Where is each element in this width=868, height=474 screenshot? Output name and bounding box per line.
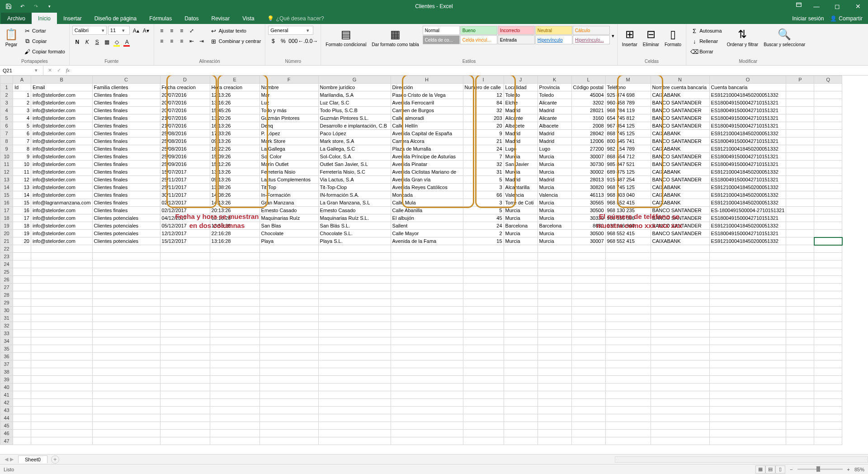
styles-more-icon[interactable]: ▾ xyxy=(612,26,614,46)
cell-K33[interactable] xyxy=(538,330,571,337)
cell-B39[interactable] xyxy=(31,376,93,384)
cell-E21[interactable]: 13:16:28 xyxy=(210,237,259,245)
cell-P12[interactable] xyxy=(786,168,814,176)
cell-D42[interactable] xyxy=(160,399,210,407)
cell-D3[interactable]: 20/07/2016 xyxy=(160,99,210,107)
cell-B35[interactable] xyxy=(31,345,93,353)
cell-B40[interactable] xyxy=(31,384,93,391)
cell-C28[interactable] xyxy=(92,291,160,299)
cell-P17[interactable] xyxy=(786,207,814,214)
cell-H16[interactable]: Calle Mula xyxy=(391,199,463,207)
style-hyper[interactable]: Hipervínculo xyxy=(535,35,572,44)
cell-M41[interactable] xyxy=(605,391,651,399)
cell-H26[interactable] xyxy=(391,276,463,284)
cell-E2[interactable]: 12:13:26 xyxy=(210,91,259,99)
cell-A15[interactable]: 14 xyxy=(13,191,31,199)
cell-Q23[interactable] xyxy=(814,253,842,261)
cell-M27[interactable] xyxy=(605,284,651,291)
cell-B25[interactable] xyxy=(31,268,93,276)
cell-C30[interactable] xyxy=(92,307,160,314)
cell-J24[interactable] xyxy=(504,261,538,268)
cell-A16[interactable]: 15 xyxy=(13,199,31,207)
cell-G44[interactable] xyxy=(318,414,391,422)
cell-Q19[interactable] xyxy=(814,222,842,230)
cell-Q47[interactable] xyxy=(814,437,842,445)
row-header-47[interactable]: 47 xyxy=(0,437,13,445)
cell-Q32[interactable] xyxy=(814,322,842,330)
cell-D23[interactable] xyxy=(160,253,210,261)
cell-F41[interactable] xyxy=(259,391,318,399)
cell-K5[interactable]: Alicante xyxy=(538,114,571,122)
cell-A47[interactable] xyxy=(13,437,31,445)
style-linked[interactable]: Celda vincul... xyxy=(460,35,497,44)
cell-E31[interactable] xyxy=(210,314,259,322)
cell-P40[interactable] xyxy=(786,384,814,391)
cell-I6[interactable]: 20 xyxy=(463,122,504,130)
cut-button[interactable]: ✂Cortar xyxy=(22,26,66,36)
cell-N41[interactable] xyxy=(651,391,709,399)
cell-E41[interactable] xyxy=(210,391,259,399)
cell-O30[interactable] xyxy=(709,307,786,314)
cell-H44[interactable] xyxy=(391,414,463,422)
cell-K13[interactable]: Madrid xyxy=(538,176,571,184)
cell-A13[interactable]: 12 xyxy=(13,176,31,184)
cell-I20[interactable]: 2 xyxy=(463,230,504,237)
cell-A8[interactable]: 7 xyxy=(13,137,31,145)
cell-G4[interactable]: Todo Plus, S.C.B xyxy=(318,107,391,114)
cell-L9[interactable]: 27200 xyxy=(571,145,605,153)
cell-C38[interactable] xyxy=(92,368,160,376)
format-as-table-button[interactable]: ▦Dar formato como tabla xyxy=(370,26,421,48)
row-header-4[interactable]: 4 xyxy=(0,107,13,114)
cell-B37[interactable] xyxy=(31,360,93,368)
cell-P36[interactable] xyxy=(786,353,814,360)
cell-B15[interactable]: info@stelorder.com xyxy=(31,191,93,199)
cell-C18[interactable]: Clientes potenciales xyxy=(92,214,160,222)
cell-A23[interactable] xyxy=(13,253,31,261)
cell-F34[interactable] xyxy=(259,337,318,345)
cell-P11[interactable] xyxy=(786,161,814,168)
cell-M37[interactable] xyxy=(605,360,651,368)
cell-N14[interactable]: CAIXABANK xyxy=(651,184,709,191)
cell-I8[interactable]: 21 xyxy=(463,137,504,145)
cell-M10[interactable]: 868 554 712 xyxy=(605,153,651,161)
cell-J42[interactable] xyxy=(504,399,538,407)
cell-A1[interactable]: Id xyxy=(13,84,31,91)
cell-Q31[interactable] xyxy=(814,314,842,322)
tab-review[interactable]: Revisar xyxy=(205,13,236,24)
cell-E3[interactable]: 13:16:26 xyxy=(210,99,259,107)
cell-L1[interactable]: Código postal xyxy=(571,84,605,91)
cell-Q40[interactable] xyxy=(814,384,842,391)
cell-J6[interactable]: Albacete xyxy=(504,122,538,130)
cell-K19[interactable]: Barcelona xyxy=(538,222,571,230)
cell-M46[interactable] xyxy=(605,430,651,437)
cell-A45[interactable] xyxy=(13,422,31,430)
cell-O20[interactable]: ES1800491500042710151321 xyxy=(709,230,786,237)
cell-E14[interactable]: 13:38:26 xyxy=(210,184,259,191)
cell-C9[interactable]: Clientes finales xyxy=(92,145,160,153)
cell-D34[interactable] xyxy=(160,337,210,345)
cell-F26[interactable] xyxy=(259,276,318,284)
cell-B24[interactable] xyxy=(31,261,93,268)
cell-E16[interactable]: 14:13:26 xyxy=(210,199,259,207)
cell-L24[interactable] xyxy=(571,261,605,268)
accounting-icon[interactable]: $ xyxy=(268,36,278,46)
cell-P28[interactable] xyxy=(786,291,814,299)
cell-C17[interactable]: Clientes finales xyxy=(92,207,160,214)
cell-P2[interactable] xyxy=(786,91,814,99)
cell-L2[interactable]: 45004 xyxy=(571,91,605,99)
sheet-prev-icon[interactable]: ◀ xyxy=(5,456,8,462)
cell-K31[interactable] xyxy=(538,314,571,322)
col-header-E[interactable]: E xyxy=(210,76,259,84)
cell-M22[interactable] xyxy=(605,245,651,253)
cell-E1[interactable]: Hora creacion xyxy=(210,84,259,91)
cell-D40[interactable] xyxy=(160,384,210,391)
cell-G46[interactable] xyxy=(318,430,391,437)
cell-I26[interactable] xyxy=(463,276,504,284)
cell-I29[interactable] xyxy=(463,299,504,307)
cell-Q17[interactable] xyxy=(814,207,842,214)
row-header-13[interactable]: 13 xyxy=(0,176,13,184)
cell-C33[interactable] xyxy=(92,330,160,337)
cell-D39[interactable] xyxy=(160,376,210,384)
cell-G18[interactable]: Maquinarias Ruíz S.L. xyxy=(318,214,391,222)
cell-D29[interactable] xyxy=(160,299,210,307)
